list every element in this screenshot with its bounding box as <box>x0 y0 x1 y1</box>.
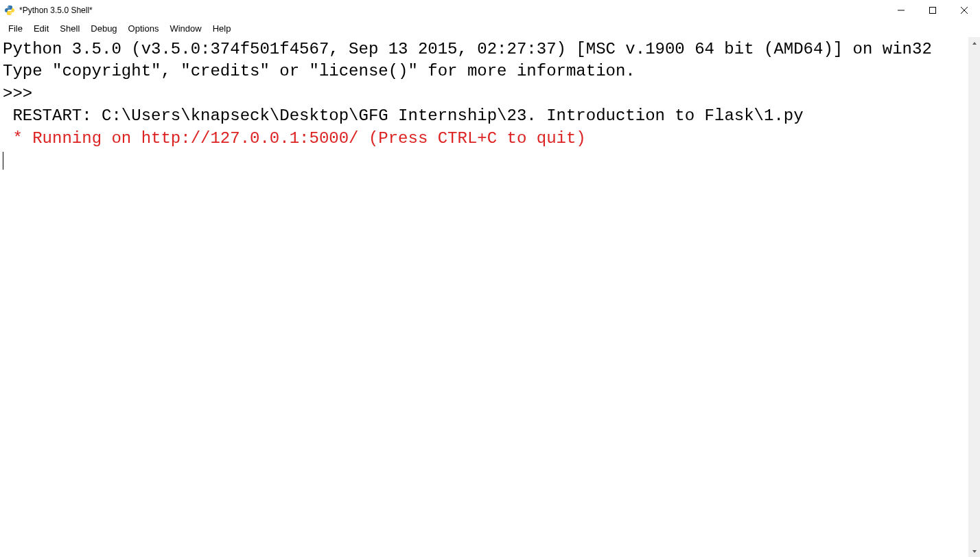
vertical-scrollbar[interactable] <box>968 37 980 557</box>
menu-window[interactable]: Window <box>164 21 207 36</box>
window-controls <box>885 0 980 21</box>
shell-output[interactable]: Python 3.5.0 (v3.5.0:374f501f4567, Sep 1… <box>0 37 968 557</box>
scroll-down-arrow-icon[interactable] <box>968 545 980 557</box>
svg-point-1 <box>10 14 11 14</box>
info-line: Type "copyright", "credits" or "license(… <box>3 62 635 80</box>
version-line: Python 3.5.0 (v3.5.0:374f501f4567, Sep 1… <box>3 40 932 58</box>
svg-rect-3 <box>930 8 936 14</box>
menu-file[interactable]: File <box>3 21 28 36</box>
content-wrapper: Python 3.5.0 (v3.5.0:374f501f4567, Sep 1… <box>0 37 980 557</box>
window-title: *Python 3.5.0 Shell* <box>19 5 93 15</box>
restart-line: RESTART: C:\Users\knapseck\Desktop\GFG I… <box>3 106 813 125</box>
menu-shell[interactable]: Shell <box>54 21 85 36</box>
python-icon <box>4 5 15 16</box>
menu-options[interactable]: Options <box>123 21 165 36</box>
prompt: >>> <box>3 84 43 103</box>
svg-point-0 <box>8 6 8 7</box>
menubar: File Edit Shell Debug Options Window Hel… <box>0 21 980 37</box>
text-cursor <box>3 152 3 170</box>
close-button[interactable] <box>948 0 980 21</box>
minimize-button[interactable] <box>885 0 917 21</box>
titlebar: *Python 3.5.0 Shell* <box>0 0 980 21</box>
menu-help[interactable]: Help <box>207 21 237 36</box>
running-line: * Running on http://127.0.0.1:5000/ (Pre… <box>3 129 586 148</box>
scroll-up-arrow-icon[interactable] <box>968 37 980 49</box>
menu-debug[interactable]: Debug <box>85 21 122 36</box>
maximize-button[interactable] <box>917 0 948 21</box>
titlebar-left: *Python 3.5.0 Shell* <box>4 5 93 16</box>
scroll-track[interactable] <box>968 49 980 545</box>
menu-edit[interactable]: Edit <box>28 21 54 36</box>
